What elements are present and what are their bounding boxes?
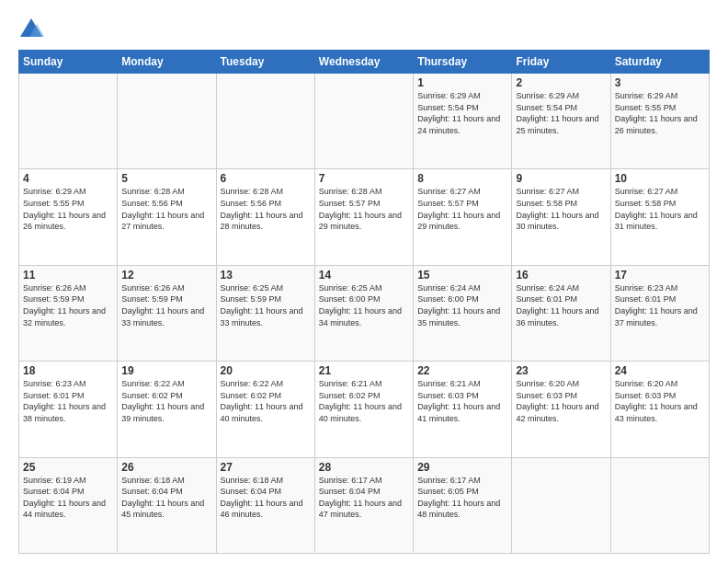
day-info: Sunrise: 6:18 AMSunset: 6:04 PMDaylight:…	[221, 475, 311, 521]
week-row: 25Sunrise: 6:19 AMSunset: 6:04 PMDayligh…	[19, 457, 710, 553]
logo	[18, 17, 48, 42]
day-info: Sunrise: 6:29 AMSunset: 5:54 PMDaylight:…	[417, 90, 507, 136]
day-cell: 20Sunrise: 6:22 AMSunset: 6:02 PMDayligh…	[216, 362, 314, 457]
day-cell: 26Sunrise: 6:18 AMSunset: 6:04 PMDayligh…	[118, 457, 216, 553]
day-number: 19	[121, 364, 211, 377]
day-number: 12	[121, 269, 211, 282]
day-info: Sunrise: 6:23 AMSunset: 6:01 PMDaylight:…	[23, 378, 113, 424]
day-cell: 16Sunrise: 6:24 AMSunset: 6:01 PMDayligh…	[512, 265, 610, 361]
day-cell: 13Sunrise: 6:25 AMSunset: 5:59 PMDayligh…	[216, 265, 314, 361]
day-info: Sunrise: 6:28 AMSunset: 5:56 PMDaylight:…	[221, 186, 311, 232]
day-cell	[512, 457, 610, 553]
day-info: Sunrise: 6:26 AMSunset: 5:59 PMDaylight:…	[23, 282, 113, 328]
day-info: Sunrise: 6:29 AMSunset: 5:54 PMDaylight:…	[516, 90, 606, 136]
page: SundayMondayTuesdayWednesdayThursdayFrid…	[0, 0, 728, 563]
day-number: 27	[221, 461, 311, 474]
week-row: 1Sunrise: 6:29 AMSunset: 5:54 PMDaylight…	[19, 74, 710, 169]
week-row: 18Sunrise: 6:23 AMSunset: 6:01 PMDayligh…	[19, 362, 710, 457]
day-cell	[314, 74, 413, 169]
day-cell	[216, 74, 314, 169]
col-header-sunday: Sunday	[19, 51, 118, 74]
day-cell: 7Sunrise: 6:28 AMSunset: 5:57 PMDaylight…	[314, 169, 413, 265]
day-number: 16	[516, 269, 606, 282]
day-number: 1	[417, 76, 507, 89]
day-cell: 14Sunrise: 6:25 AMSunset: 6:00 PMDayligh…	[314, 265, 413, 361]
logo-icon	[18, 17, 44, 42]
week-row: 4Sunrise: 6:29 AMSunset: 5:55 PMDaylight…	[19, 169, 710, 265]
day-cell	[610, 457, 709, 553]
day-info: Sunrise: 6:25 AMSunset: 5:59 PMDaylight:…	[221, 282, 311, 328]
day-info: Sunrise: 6:28 AMSunset: 5:57 PMDaylight:…	[319, 186, 409, 232]
day-info: Sunrise: 6:22 AMSunset: 6:02 PMDaylight:…	[221, 378, 311, 424]
day-number: 29	[417, 461, 507, 474]
day-number: 26	[121, 461, 211, 474]
day-cell: 24Sunrise: 6:20 AMSunset: 6:03 PMDayligh…	[610, 362, 709, 457]
day-number: 21	[319, 364, 409, 377]
day-number: 13	[221, 269, 311, 282]
col-header-wednesday: Wednesday	[314, 51, 413, 74]
day-number: 5	[121, 172, 211, 185]
day-cell: 2Sunrise: 6:29 AMSunset: 5:54 PMDaylight…	[512, 74, 610, 169]
day-cell	[118, 74, 216, 169]
day-number: 2	[516, 76, 606, 89]
day-info: Sunrise: 6:19 AMSunset: 6:04 PMDaylight:…	[23, 475, 113, 521]
day-number: 25	[23, 461, 113, 474]
day-cell: 3Sunrise: 6:29 AMSunset: 5:55 PMDaylight…	[610, 74, 709, 169]
day-cell: 11Sunrise: 6:26 AMSunset: 5:59 PMDayligh…	[19, 265, 118, 361]
day-cell: 25Sunrise: 6:19 AMSunset: 6:04 PMDayligh…	[19, 457, 118, 553]
day-number: 18	[23, 364, 113, 377]
day-info: Sunrise: 6:29 AMSunset: 5:55 PMDaylight:…	[615, 90, 705, 136]
day-info: Sunrise: 6:23 AMSunset: 6:01 PMDaylight:…	[615, 282, 705, 328]
day-info: Sunrise: 6:18 AMSunset: 6:04 PMDaylight:…	[121, 475, 211, 521]
day-cell: 17Sunrise: 6:23 AMSunset: 6:01 PMDayligh…	[610, 265, 709, 361]
header-row: SundayMondayTuesdayWednesdayThursdayFrid…	[19, 51, 710, 74]
day-number: 11	[23, 269, 113, 282]
day-info: Sunrise: 6:17 AMSunset: 6:05 PMDaylight:…	[417, 475, 507, 521]
day-cell: 8Sunrise: 6:27 AMSunset: 5:57 PMDaylight…	[414, 169, 512, 265]
day-info: Sunrise: 6:20 AMSunset: 6:03 PMDaylight:…	[516, 378, 606, 424]
header	[18, 17, 710, 42]
day-cell: 19Sunrise: 6:22 AMSunset: 6:02 PMDayligh…	[118, 362, 216, 457]
day-cell: 23Sunrise: 6:20 AMSunset: 6:03 PMDayligh…	[512, 362, 610, 457]
day-number: 14	[319, 269, 409, 282]
day-info: Sunrise: 6:26 AMSunset: 5:59 PMDaylight:…	[121, 282, 211, 328]
day-number: 15	[417, 269, 507, 282]
day-cell: 15Sunrise: 6:24 AMSunset: 6:00 PMDayligh…	[414, 265, 512, 361]
day-info: Sunrise: 6:27 AMSunset: 5:58 PMDaylight:…	[615, 186, 705, 232]
day-number: 8	[417, 172, 507, 185]
col-header-monday: Monday	[118, 51, 216, 74]
day-info: Sunrise: 6:22 AMSunset: 6:02 PMDaylight:…	[121, 378, 211, 424]
day-cell: 5Sunrise: 6:28 AMSunset: 5:56 PMDaylight…	[118, 169, 216, 265]
day-number: 6	[221, 172, 311, 185]
day-info: Sunrise: 6:21 AMSunset: 6:03 PMDaylight:…	[417, 378, 507, 424]
day-cell	[19, 74, 118, 169]
col-header-tuesday: Tuesday	[216, 51, 314, 74]
day-info: Sunrise: 6:24 AMSunset: 6:00 PMDaylight:…	[417, 282, 507, 328]
col-header-friday: Friday	[512, 51, 610, 74]
day-info: Sunrise: 6:17 AMSunset: 6:04 PMDaylight:…	[319, 475, 409, 521]
day-info: Sunrise: 6:28 AMSunset: 5:56 PMDaylight:…	[121, 186, 211, 232]
day-cell: 28Sunrise: 6:17 AMSunset: 6:04 PMDayligh…	[314, 457, 413, 553]
day-number: 23	[516, 364, 606, 377]
day-number: 10	[615, 172, 705, 185]
day-cell: 10Sunrise: 6:27 AMSunset: 5:58 PMDayligh…	[610, 169, 709, 265]
day-number: 7	[319, 172, 409, 185]
day-number: 17	[615, 269, 705, 282]
week-row: 11Sunrise: 6:26 AMSunset: 5:59 PMDayligh…	[19, 265, 710, 361]
calendar: SundayMondayTuesdayWednesdayThursdayFrid…	[18, 50, 710, 554]
day-info: Sunrise: 6:29 AMSunset: 5:55 PMDaylight:…	[23, 186, 113, 232]
day-info: Sunrise: 6:27 AMSunset: 5:57 PMDaylight:…	[417, 186, 507, 232]
day-cell: 21Sunrise: 6:21 AMSunset: 6:02 PMDayligh…	[314, 362, 413, 457]
day-info: Sunrise: 6:21 AMSunset: 6:02 PMDaylight:…	[319, 378, 409, 424]
day-cell: 9Sunrise: 6:27 AMSunset: 5:58 PMDaylight…	[512, 169, 610, 265]
day-cell: 4Sunrise: 6:29 AMSunset: 5:55 PMDaylight…	[19, 169, 118, 265]
day-info: Sunrise: 6:27 AMSunset: 5:58 PMDaylight:…	[516, 186, 606, 232]
day-number: 9	[516, 172, 606, 185]
day-cell: 29Sunrise: 6:17 AMSunset: 6:05 PMDayligh…	[414, 457, 512, 553]
day-cell: 6Sunrise: 6:28 AMSunset: 5:56 PMDaylight…	[216, 169, 314, 265]
day-cell: 22Sunrise: 6:21 AMSunset: 6:03 PMDayligh…	[414, 362, 512, 457]
col-header-thursday: Thursday	[414, 51, 512, 74]
col-header-saturday: Saturday	[610, 51, 709, 74]
day-number: 3	[615, 76, 705, 89]
day-number: 22	[417, 364, 507, 377]
